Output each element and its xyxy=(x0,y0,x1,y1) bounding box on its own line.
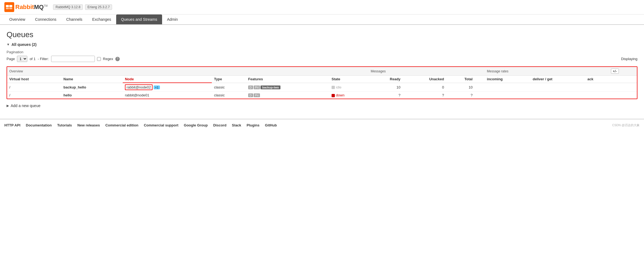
rabbitmq-version: RabbitMQ 3.12.8 xyxy=(53,4,83,10)
page-select[interactable]: 1 xyxy=(17,56,27,62)
cell-name[interactable]: backup_hello xyxy=(61,83,123,92)
cell-node: rabbit@node01 xyxy=(123,92,212,99)
col-unacked: Unacked xyxy=(403,76,446,83)
cell-total: 10 xyxy=(446,83,475,92)
page-label: Page xyxy=(7,57,15,61)
col-name: Name xyxy=(61,76,123,83)
regex-help-icon[interactable]: ? xyxy=(115,57,120,61)
header: RabbitMQTM RabbitMQ 3.12.8 Erlang 25.3.2… xyxy=(0,0,644,14)
footer-link-new-releases[interactable]: New releases xyxy=(77,123,100,127)
cell-type: classic xyxy=(212,92,246,99)
add-queue-label: Add a new queue xyxy=(11,104,40,108)
footer-link-documentation[interactable]: Documentation xyxy=(26,123,52,127)
node-plus-badge: +1 xyxy=(154,85,160,89)
nav-item-channels[interactable]: Channels xyxy=(61,14,87,24)
footer-link-slack[interactable]: Slack xyxy=(232,123,241,127)
section-arrow-icon: ▼ xyxy=(7,43,10,46)
cell-node: rabbit@node02+1 xyxy=(123,83,212,92)
overview-group-header: Overview xyxy=(7,67,368,76)
nav-item-connections[interactable]: Connections xyxy=(30,14,61,24)
col-features: Features xyxy=(246,76,329,83)
add-queue-toggle[interactable]: ▶ Add a new queue xyxy=(7,104,637,108)
nav-item-queues[interactable]: Queues and Streams xyxy=(116,14,162,24)
col-virtual-host: Virtual host xyxy=(7,76,61,83)
add-queue-section: ▶ Add a new queue xyxy=(7,104,637,108)
cell-incoming xyxy=(485,92,530,99)
col-deliver-get: deliver / get xyxy=(531,76,585,83)
cell-deliver-get xyxy=(531,83,585,92)
cell-type: classic xyxy=(212,83,246,92)
displaying-label: Displaying xyxy=(621,57,637,61)
logo: RabbitMQTM xyxy=(4,2,48,12)
svg-rect-1 xyxy=(9,5,12,7)
col-state: State xyxy=(329,76,368,83)
erlang-version: Erlang 25.3.2.7 xyxy=(85,4,112,10)
col-type: Type xyxy=(212,76,246,83)
pagination-controls: Page 1 of 1 - Filter: Regex ? xyxy=(7,56,120,62)
col-incoming: incoming xyxy=(485,76,530,83)
cell-state: idle xyxy=(329,83,368,92)
col-ack: ack xyxy=(585,76,609,83)
footer-link-github[interactable]: GitHub xyxy=(265,123,277,127)
cell-ready: ? xyxy=(368,92,403,99)
logo-text: RabbitMQTM xyxy=(15,4,48,11)
cell-state: down xyxy=(329,92,368,99)
all-queues-section-header[interactable]: ▼ All queues (2) xyxy=(7,42,637,47)
filter-label: - Filter: xyxy=(38,57,49,61)
cell-ready: 10 xyxy=(368,83,403,92)
footer-link-commercial-edition[interactable]: Commercial edition xyxy=(105,123,138,127)
cell-incoming xyxy=(485,83,530,92)
main-content: Queues ▼ All queues (2) Pagination Page … xyxy=(0,25,644,119)
plus-minus-button[interactable]: +/- xyxy=(611,69,619,74)
footer-link-discord[interactable]: Discord xyxy=(213,123,226,127)
cell-total: ? xyxy=(446,92,475,99)
page-title: Queues xyxy=(7,30,637,39)
pagination-section: Pagination Page 1 of 1 - Filter: Regex ?… xyxy=(7,50,637,62)
cell-ack xyxy=(585,92,609,99)
cell-unacked: 0 xyxy=(403,83,446,92)
footer-credit: CSDN @滔达的大象 xyxy=(612,123,640,127)
regex-checkbox[interactable] xyxy=(97,57,101,61)
queues-table-wrapper: Overview Messages Message rates +/- Virt… xyxy=(7,66,637,99)
nav-item-admin[interactable]: Admin xyxy=(162,14,183,24)
nav-item-overview[interactable]: Overview xyxy=(4,14,30,24)
logo-tm: TM xyxy=(44,4,48,7)
nav: Overview Connections Channels Exchanges … xyxy=(0,14,644,25)
messages-group-header: Messages xyxy=(368,67,475,76)
col-ready: Ready xyxy=(368,76,403,83)
footer-link-plugins[interactable]: Plugins xyxy=(247,123,259,127)
col-node: Node xyxy=(123,76,212,83)
svg-rect-3 xyxy=(9,8,12,9)
all-queues-label: All queues (2) xyxy=(11,42,37,47)
footer-link-google-group[interactable]: Google Group xyxy=(184,123,208,127)
page-of-label: of 1 xyxy=(30,57,36,61)
cell-features: DPri xyxy=(246,92,329,99)
cell-ack xyxy=(585,83,609,92)
cell-name[interactable]: hello xyxy=(61,92,123,99)
add-queue-arrow-icon: ▶ xyxy=(7,104,9,108)
regex-label: Regex xyxy=(103,57,113,61)
filter-input[interactable] xyxy=(51,56,95,62)
nav-item-exchanges[interactable]: Exchanges xyxy=(87,14,116,24)
cell-virtual-host: / xyxy=(7,92,61,99)
cell-deliver-get xyxy=(531,92,585,99)
col-total: Total xyxy=(446,76,475,83)
cell-unacked: ? xyxy=(403,92,446,99)
footer: HTTP API Documentation Tutorials New rel… xyxy=(0,119,644,131)
table-row[interactable]: /hellorabbit@node01classicDPridown??? xyxy=(7,92,637,99)
node-highlight: rabbit@node02 xyxy=(125,84,153,90)
table-row[interactable]: /backup_hellorabbit@node02+1classicDPrib… xyxy=(7,83,637,92)
svg-rect-2 xyxy=(6,8,9,9)
footer-link-tutorials[interactable]: Tutorials xyxy=(57,123,72,127)
footer-link-commercial-support[interactable]: Commercial support xyxy=(144,123,178,127)
cell-features: DPribackup-two xyxy=(246,83,329,92)
svg-rect-0 xyxy=(6,5,9,7)
logo-icon xyxy=(4,2,14,12)
footer-link-http-api[interactable]: HTTP API xyxy=(4,123,21,127)
cell-virtual-host: / xyxy=(7,83,61,92)
pagination-label: Pagination xyxy=(7,50,637,54)
message-rates-group-header: Message rates xyxy=(485,67,608,76)
queues-table: Overview Messages Message rates +/- Virt… xyxy=(7,67,637,99)
